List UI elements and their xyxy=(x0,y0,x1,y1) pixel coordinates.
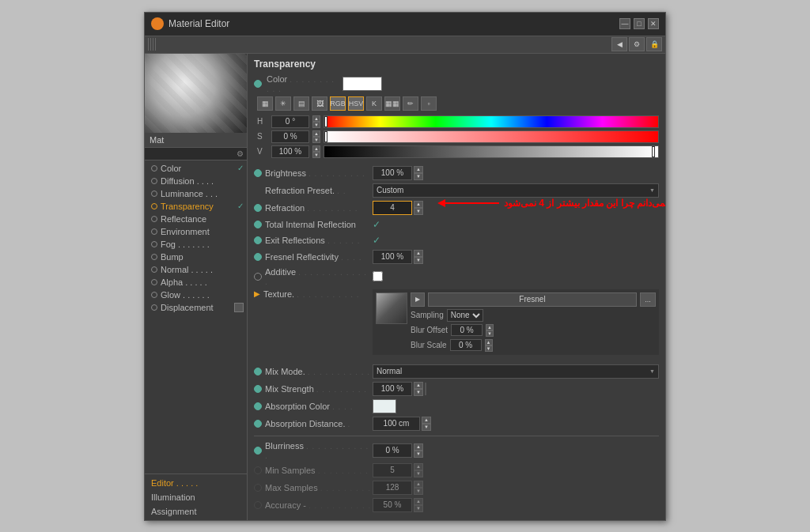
max-samples-input[interactable] xyxy=(373,481,412,495)
color-tool-gradient[interactable]: ▦ xyxy=(257,96,273,111)
color-tool-image[interactable]: 🖼 xyxy=(312,96,327,111)
mix-strength-radio[interactable] xyxy=(254,385,262,393)
texture-play-btn[interactable]: ▶ xyxy=(411,292,425,307)
hsv-s-input[interactable] xyxy=(271,130,309,143)
channel-item-bump[interactable]: Bump xyxy=(145,251,247,263)
hsv-s-up[interactable]: ▲ xyxy=(312,130,320,137)
hsv-v-down[interactable]: ▼ xyxy=(312,152,320,158)
mix-mode-dropdown[interactable]: Normal xyxy=(373,364,659,379)
minimize-button[interactable]: — xyxy=(619,18,630,29)
texture-more-btn[interactable]: ... xyxy=(640,292,656,307)
toolbar-settings-btn[interactable]: ⚙ xyxy=(629,37,645,51)
nav-item-editor[interactable]: Editor . . . . . xyxy=(145,476,247,490)
fresnel-btn[interactable]: Fresnel xyxy=(428,292,637,307)
channel-item-color[interactable]: Color ✓ xyxy=(145,162,247,175)
fresnel-reflectivity-input[interactable] xyxy=(373,250,412,264)
channel-item-luminance[interactable]: Luminance . . . xyxy=(145,187,247,200)
hsv-s-track[interactable] xyxy=(324,130,659,143)
refraction-up[interactable]: ▲ xyxy=(414,201,423,208)
absorption-distance-down[interactable]: ▼ xyxy=(422,424,431,431)
absorption-color-swatch[interactable] xyxy=(373,399,396,413)
brightness-radio[interactable] xyxy=(254,169,262,177)
close-button[interactable]: ✕ xyxy=(648,18,659,29)
channel-item-diffusion[interactable]: Diffusion . . . . xyxy=(145,175,247,187)
texture-expand-icon[interactable]: ▶ xyxy=(254,289,260,298)
hsv-h-input[interactable] xyxy=(271,115,309,128)
min-samples-input[interactable] xyxy=(373,463,412,477)
brightness-up[interactable]: ▲ xyxy=(414,166,423,173)
toolbar-lock-btn[interactable]: 🔒 xyxy=(646,37,662,51)
total-ir-radio[interactable] xyxy=(254,221,262,228)
blurriness-up[interactable]: ▲ xyxy=(414,443,423,451)
blurriness-radio[interactable] xyxy=(254,447,262,455)
channel-item-reflectance[interactable]: Reflectance xyxy=(145,213,247,225)
min-samples-radio[interactable] xyxy=(254,466,262,474)
color-tool-texture[interactable]: ▤ xyxy=(293,96,309,111)
channel-item-alpha[interactable]: Alpha . . . . . xyxy=(145,276,247,289)
refraction-down[interactable]: ▼ xyxy=(414,208,423,215)
min-samples-down[interactable]: ▼ xyxy=(414,470,423,477)
accuracy-up[interactable]: ▲ xyxy=(414,498,423,505)
accuracy-radio[interactable] xyxy=(254,501,262,509)
refraction-radio[interactable] xyxy=(254,204,262,212)
fresnel-reflectivity-up[interactable]: ▲ xyxy=(414,250,423,257)
channel-item-fog[interactable]: Fog . . . . . . . xyxy=(145,238,247,251)
hsv-s-down[interactable]: ▼ xyxy=(312,137,320,143)
nav-item-illumination[interactable]: Illumination xyxy=(145,490,247,504)
mix-strength-down[interactable]: ▼ xyxy=(414,389,423,396)
absorption-distance-up[interactable]: ▲ xyxy=(422,417,431,424)
brightness-down[interactable]: ▼ xyxy=(414,173,423,180)
channel-item-transparency[interactable]: Transparency ✓ xyxy=(145,200,247,213)
blurriness-down[interactable]: ▼ xyxy=(414,451,423,458)
hsv-h-track[interactable] xyxy=(324,115,659,128)
max-samples-radio[interactable] xyxy=(254,484,262,492)
channel-item-glow[interactable]: Glow . . . . . . xyxy=(145,289,247,301)
hsv-v-input[interactable] xyxy=(271,145,309,158)
brightness-input[interactable] xyxy=(373,166,412,180)
fresnel-reflectivity-down[interactable]: ▼ xyxy=(414,257,423,264)
search-input[interactable] xyxy=(148,149,237,158)
blur-scale-down[interactable]: ▼ xyxy=(485,345,493,352)
blur-offset-down[interactable]: ▼ xyxy=(486,330,494,337)
absorption-color-radio[interactable] xyxy=(254,402,262,410)
texture-thumbnail[interactable] xyxy=(376,292,407,324)
exit-ref-check[interactable]: ✓ xyxy=(373,235,380,246)
exit-ref-radio[interactable] xyxy=(254,236,262,244)
color-tool-k[interactable]: K xyxy=(366,96,382,111)
color-swatch[interactable] xyxy=(343,77,382,91)
additive-checkbox[interactable] xyxy=(373,271,383,281)
color-tool-spectrum[interactable]: ✳ xyxy=(275,96,291,111)
blur-scale-input[interactable] xyxy=(450,339,482,351)
mix-mode-radio[interactable] xyxy=(254,368,262,375)
mix-strength-up[interactable]: ▲ xyxy=(414,382,423,389)
color-tool-hsv[interactable]: HSV xyxy=(348,96,364,111)
accuracy-down[interactable]: ▼ xyxy=(414,505,423,512)
maximize-button[interactable]: □ xyxy=(634,18,645,29)
color-tool-eyedropper[interactable]: ✏ xyxy=(403,96,418,111)
sampling-select[interactable]: None xyxy=(447,309,483,322)
refraction-preset-dropdown[interactable]: Custom xyxy=(373,183,659,198)
color-tool-mix[interactable]: ▦▦ xyxy=(384,96,400,111)
min-samples-up[interactable]: ▲ xyxy=(414,463,423,470)
channel-item-normal[interactable]: Normal . . . . . xyxy=(145,263,247,276)
refraction-input[interactable] xyxy=(373,201,412,215)
absorption-distance-input[interactable] xyxy=(373,417,420,431)
additive-radio[interactable] xyxy=(254,273,262,281)
toolbar-back-btn[interactable]: ◀ xyxy=(611,37,627,51)
channel-item-displacement[interactable]: Displacement xyxy=(145,301,247,314)
channel-item-environment[interactable]: Environment xyxy=(145,225,247,238)
blur-scale-up[interactable]: ▲ xyxy=(485,339,493,345)
hsv-v-up[interactable]: ▲ xyxy=(312,145,320,152)
hsv-h-up[interactable]: ▲ xyxy=(312,115,320,122)
color-tool-extra[interactable]: ▫ xyxy=(421,96,437,111)
max-samples-down[interactable]: ▼ xyxy=(414,488,423,495)
nav-item-assignment[interactable]: Assignment xyxy=(145,504,247,519)
total-ir-check[interactable]: ✓ xyxy=(373,219,380,230)
color-radio[interactable] xyxy=(254,80,262,88)
mix-strength-input[interactable] xyxy=(373,382,412,396)
blurriness-input[interactable] xyxy=(373,443,412,458)
blur-offset-input[interactable] xyxy=(451,324,483,336)
hsv-h-down[interactable]: ▼ xyxy=(312,122,320,128)
color-tool-rgb[interactable]: RGB xyxy=(330,96,346,111)
absorption-distance-radio[interactable] xyxy=(254,420,262,428)
